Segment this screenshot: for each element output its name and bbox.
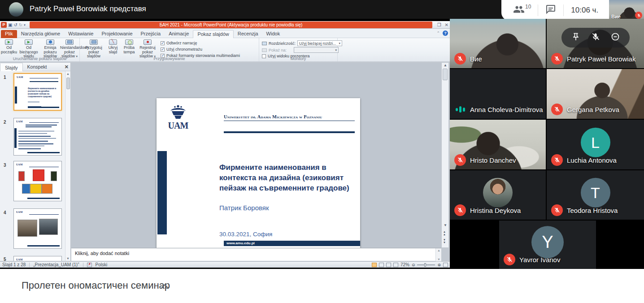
tab-narzedzia-glowne[interactable]: Narzędzia główne <box>17 30 64 38</box>
save-icon[interactable]: ▣ <box>8 22 12 28</box>
fit-to-window-button[interactable] <box>443 263 448 267</box>
qat-dropdown-icon[interactable]: ▾ <box>24 22 26 28</box>
notes-pane[interactable]: Kliknij, aby dodać notatki ▲ ▼ <box>71 248 441 261</box>
reading-view-button[interactable] <box>386 263 391 267</box>
vertical-scrollbar[interactable]: ▲ ▼ ▲▲ ▼▼ <box>441 63 448 247</box>
tab-widok[interactable]: Widok <box>262 30 284 38</box>
slide-number: 3 <box>4 163 6 168</box>
custom-slideshow-button[interactable]: Niestandardowy pokaz slajdów ▾ <box>60 39 79 59</box>
slide-canvas[interactable]: UAM Uniwersytet im. Adama Mickiewicza w … <box>157 98 360 252</box>
meeting-name[interactable]: Пролетен ономастичен семинар <box>22 280 170 291</box>
previous-slide-button[interactable]: ▲▲ <box>443 230 445 236</box>
redo-icon[interactable]: ↻ <box>19 22 22 28</box>
zoom-slider[interactable] <box>417 264 435 265</box>
close-window-button[interactable]: ✕ <box>445 22 448 28</box>
zoom-out-button[interactable]: ⊖ <box>412 263 415 267</box>
tile-gergana[interactable]: Gergana Petkova <box>547 69 644 119</box>
rehearse-timings-button[interactable]: Próba tempa <box>122 39 136 54</box>
pin-icon[interactable] <box>571 32 580 43</box>
restore-window-button[interactable]: ❐ <box>437 22 441 28</box>
remove-participant-icon[interactable] <box>611 32 620 43</box>
tab-recenzja[interactable]: Recenzja <box>234 30 262 38</box>
quick-access-toolbar: P ▣ ↺ ↻ ▾ <box>1 22 26 28</box>
mic-muted-icon <box>454 154 466 166</box>
hide-slide-button[interactable]: Ukryj slajd <box>106 39 120 54</box>
close-icon[interactable]: ✕ <box>65 64 69 70</box>
slide-counter: Slajd 1 z 28 <box>2 262 26 267</box>
spellcheck-icon[interactable] <box>87 263 92 267</box>
custom-show-icon <box>65 39 74 45</box>
use-timings-checkbox[interactable]: Użyj chronometrażu <box>161 47 255 52</box>
slide-date[interactable]: 30.03.2021, София <box>219 231 272 238</box>
scroll-up-icon[interactable]: ▲ <box>66 72 70 75</box>
slide-number: 1 <box>4 75 6 80</box>
notes-placeholder[interactable]: Kliknij, aby dodać notatki <box>75 251 129 256</box>
slide-thumbnail-1[interactable]: UAM Фирмените наименования в контекста н… <box>13 73 62 111</box>
zoom-level: 72% <box>400 262 409 267</box>
chat-button[interactable] <box>545 4 556 17</box>
tile-teodora[interactable]: T Teodora Hristova <box>547 170 644 220</box>
tab-konspekt[interactable]: Konspekt <box>23 63 52 70</box>
normal-view-button[interactable] <box>372 263 377 267</box>
tab-wstawianie[interactable]: Wstawianie <box>64 30 97 38</box>
powerpoint-app-icon[interactable]: P <box>1 22 7 28</box>
undo-icon[interactable]: ↺ <box>13 22 17 28</box>
scroll-down-icon[interactable]: ▼ <box>66 257 70 260</box>
next-slide-button[interactable]: ▼▼ <box>443 238 445 244</box>
participants-button[interactable]: 10 <box>513 4 531 17</box>
scroll-down-icon[interactable]: ▼ <box>444 223 447 227</box>
slide-panel-scrollbar[interactable]: ▲ ▼ <box>65 71 70 261</box>
tile-vie[interactable]: Вие <box>450 19 546 68</box>
tab-slajdy[interactable]: Slajdy <box>0 63 23 71</box>
help-icon[interactable]: ? <box>443 30 448 36</box>
slide-thumbnail-3[interactable]: UAM <box>13 161 62 201</box>
ribbon: Od początku Od bieżącego slajdu Emisja p… <box>0 38 450 62</box>
people-icon <box>513 4 525 17</box>
language-indicator[interactable]: Polski <box>96 262 108 267</box>
broadcast-slideshow-button[interactable]: Emisja pokazu slajdów <box>40 39 60 59</box>
mic-muted-icon <box>454 204 466 216</box>
notes-scrollbar[interactable]: ▲ ▼ <box>435 248 441 261</box>
tab-animacje[interactable]: Animacje <box>165 30 193 38</box>
collapse-ribbon-icon[interactable]: ⌃ <box>436 31 440 35</box>
mute-participant-icon[interactable] <box>591 32 600 43</box>
checkbox-checked-icon <box>161 48 165 52</box>
tile-yavror[interactable]: Y Yavror Ivanov <box>499 221 596 269</box>
divider <box>563 4 564 16</box>
slide-thumbnail-2[interactable]: UAM <box>13 118 62 156</box>
scroll-up-icon[interactable]: ▲ <box>444 63 447 67</box>
tile-patryk[interactable]: Patryk Paweł Borowiak <box>547 19 644 68</box>
scroll-down-icon[interactable]: ▼ <box>437 258 440 261</box>
tab-przejscia[interactable]: Przejścia <box>137 30 165 38</box>
self-view-thumbnail[interactable]: Вие <box>609 0 644 21</box>
tab-pokaz-slajdow[interactable]: Pokaz slajdów <box>193 30 233 38</box>
slide-thumbnail-panel: Slajdy Konspekt ✕ 1 UAM Фирмените наимен… <box>0 63 71 261</box>
slide-thumbnail-4[interactable]: UAM <box>13 208 62 249</box>
slide-thumbnail-5[interactable]: UAM <box>13 256 62 261</box>
show-on-dropdown[interactable]: ▾ <box>294 47 339 53</box>
zoom-in-button[interactable]: ⊕ <box>437 263 441 267</box>
set-up-slideshow-button[interactable]: Przygotuj pokaz slajdów <box>83 39 105 59</box>
mic-muted-icon <box>551 154 563 166</box>
from-beginning-button[interactable]: Od początku <box>1 39 17 54</box>
scroll-up-icon[interactable]: ▲ <box>437 249 440 252</box>
slide-author[interactable]: Патрик Боровяк <box>219 204 269 212</box>
tile-luchia[interactable]: L Luchia Antonova <box>547 120 644 169</box>
tile-anna[interactable]: Anna Choleva-Dimitrova <box>450 69 546 119</box>
divider <box>538 4 538 16</box>
ppt-title-bar[interactable]: P ▣ ↺ ↻ ▾ БАН 2021 - Microsoft PowerPoin… <box>0 21 450 29</box>
tile-hristo[interactable]: Hristo Danchev <box>450 120 546 169</box>
slideshow-view-button[interactable] <box>393 263 398 267</box>
record-slideshow-button[interactable]: Rejestruj pokaz slajdów ▾ <box>137 39 158 59</box>
ribbon-tab-bar: Plik Narzędzia główne Wstawianie Projekt… <box>0 29 450 38</box>
presenter-banner: Patryk Paweł Borowiak представя <box>30 4 146 13</box>
slide-title[interactable]: Фирмените наименования в контекста на ди… <box>219 162 356 193</box>
tab-plik[interactable]: Plik <box>1 30 17 38</box>
play-narrations-checkbox[interactable]: Odtwórz narrację <box>161 41 255 45</box>
resolution-dropdown[interactable]: Użyj bieżącej rozdzi...▾ <box>297 40 342 46</box>
tile-hristina[interactable]: Hristina Deykova <box>450 170 546 220</box>
setup-icon <box>90 39 98 45</box>
tab-projektowanie[interactable]: Projektowanie <box>97 30 136 38</box>
from-current-slide-button[interactable]: Od bieżącego slajdu <box>18 39 39 59</box>
slide-sorter-view-button[interactable] <box>379 263 384 267</box>
